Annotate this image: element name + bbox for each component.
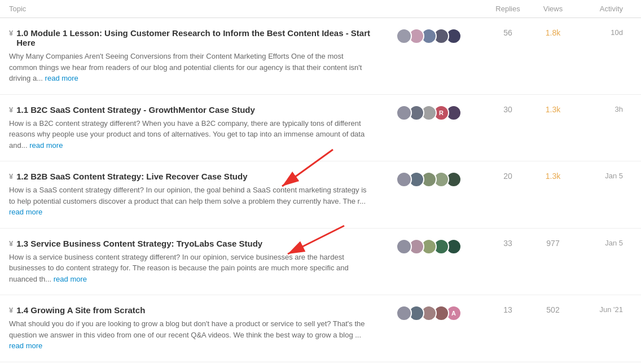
replies-count: 13 [485, 305, 530, 314]
avatar-group: A [384, 305, 474, 321]
avatar-group [384, 28, 474, 44]
avatar-group [384, 239, 474, 255]
topic-title[interactable]: ¥ 1.2 B2B SaaS Content Strategy: Live Re… [9, 172, 372, 181]
activity-time: Jun '21 [576, 305, 632, 314]
avatar-group [384, 172, 474, 187]
col-header-topic: Topic [9, 5, 395, 13]
col-header-activity: Activity [576, 5, 632, 13]
avatar [396, 28, 412, 44]
table-header: Topic Replies Views Activity [0, 0, 641, 18]
topic-title[interactable]: ¥ 1.4 Growing A Site from Scratch [9, 305, 372, 315]
table-row: ¥ 1.1 B2C SaaS Content Strategy - Growth… [0, 95, 641, 162]
pin-icon: ¥ [9, 306, 13, 314]
avatar [396, 305, 412, 321]
views-count: 1.3k [530, 172, 576, 181]
pin-icon: ¥ [9, 106, 13, 114]
replies-count: 30 [485, 105, 530, 114]
topic-content: ¥ 1.1 B2C SaaS Content Strategy - Growth… [9, 105, 384, 151]
topic-content: ¥ 1.0 Module 1 Lesson: Using Customer Re… [9, 28, 384, 84]
read-more-link[interactable]: read more [9, 341, 42, 350]
views-count: 502 [530, 305, 576, 314]
topic-title-text[interactable]: 1.3 Service Business Content Strategy: T… [16, 239, 262, 248]
topic-content: ¥ 1.4 Growing A Site from Scratch What s… [9, 305, 384, 352]
topic-content: ¥ 1.2 B2B SaaS Content Strategy: Live Re… [9, 172, 384, 218]
activity-time: Jan 5 [576, 239, 632, 247]
pin-icon: ¥ [9, 29, 13, 37]
views-count: 1.3k [530, 105, 576, 114]
topic-content: ¥ 1.3 Service Business Content Strategy:… [9, 239, 384, 285]
replies-count: 56 [485, 28, 530, 37]
views-count: 1.8k [530, 28, 576, 37]
read-more-link[interactable]: read more [9, 208, 42, 216]
avatar [396, 105, 412, 121]
views-count: 977 [530, 239, 576, 248]
pin-icon: ¥ [9, 172, 13, 181]
table-row: ¥ 1.3 Service Business Content Strategy:… [0, 229, 641, 296]
avatar [396, 172, 412, 187]
topic-excerpt: How is a service business content strate… [9, 252, 372, 285]
activity-time: 3h [576, 105, 632, 113]
activity-time: 10d [576, 28, 632, 37]
topic-title[interactable]: ¥ 1.1 B2C SaaS Content Strategy - Growth… [9, 105, 372, 115]
topic-excerpt: What should you do if you are looking to… [9, 318, 372, 352]
avatar-group: R [384, 105, 474, 121]
topic-title-text[interactable]: 1.4 Growing A Site from Scratch [16, 305, 145, 315]
topic-title-text[interactable]: 1.2 B2B SaaS Content Strategy: Live Reco… [16, 172, 247, 181]
topic-title[interactable]: ¥ 1.0 Module 1 Lesson: Using Customer Re… [9, 28, 372, 47]
read-more-link[interactable]: read more [45, 74, 78, 82]
col-header-views: Views [530, 5, 576, 13]
topic-excerpt: How is a SaaS content strategy different… [9, 185, 372, 218]
table-row: ¥ 1.4 Growing A Site from Scratch What s… [0, 295, 641, 362]
table-row: ¥ 1.0 Module 1 Lesson: Using Customer Re… [0, 18, 641, 95]
avatar [396, 239, 412, 255]
read-more-link[interactable]: read more [29, 141, 63, 150]
pin-icon: ¥ [9, 239, 13, 248]
topic-title[interactable]: ¥ 1.3 Service Business Content Strategy:… [9, 239, 372, 248]
read-more-link[interactable]: read more [54, 275, 87, 283]
table-row: ¥ 1.2 B2B SaaS Content Strategy: Live Re… [0, 161, 641, 229]
replies-count: 20 [485, 172, 530, 181]
topic-title-text[interactable]: 1.0 Module 1 Lesson: Using Customer Rese… [16, 28, 372, 47]
replies-count: 33 [485, 239, 530, 248]
topics-list: ¥ 1.0 Module 1 Lesson: Using Customer Re… [0, 18, 641, 362]
topic-excerpt: How is a B2C content strategy different?… [9, 118, 372, 151]
topic-title-text[interactable]: 1.1 B2C SaaS Content Strategy - GrowthMe… [16, 105, 255, 115]
col-header-replies: Replies [485, 5, 530, 13]
topic-excerpt: Why Many Companies Aren't Seeing Convers… [9, 51, 372, 84]
activity-time: Jan 5 [576, 172, 632, 180]
